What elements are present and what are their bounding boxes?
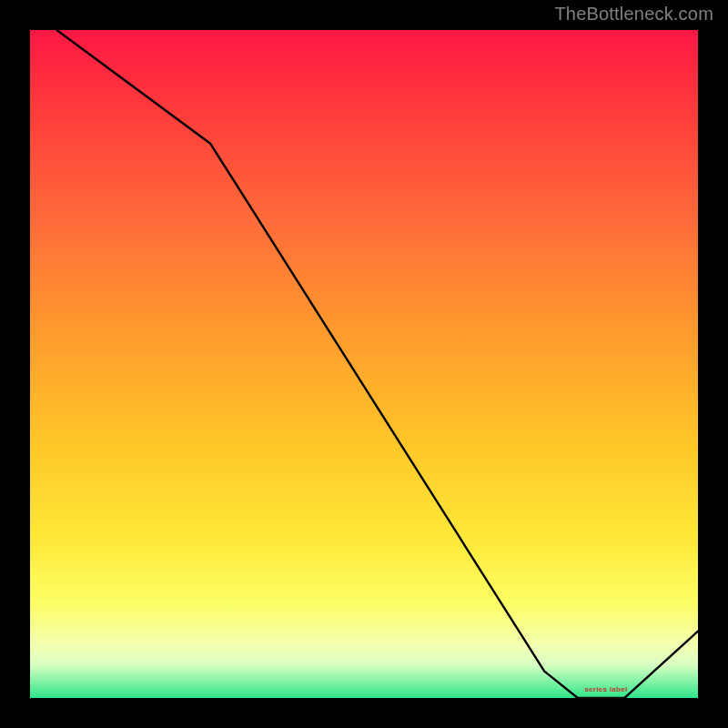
watermark-text: TheBottleneck.com [554, 4, 713, 25]
chart-stage: series label TheBottleneck.com [0, 0, 728, 728]
bottleneck-chart: series label [0, 0, 728, 728]
plot-area [30, 30, 698, 698]
series-label: series label [584, 685, 627, 693]
